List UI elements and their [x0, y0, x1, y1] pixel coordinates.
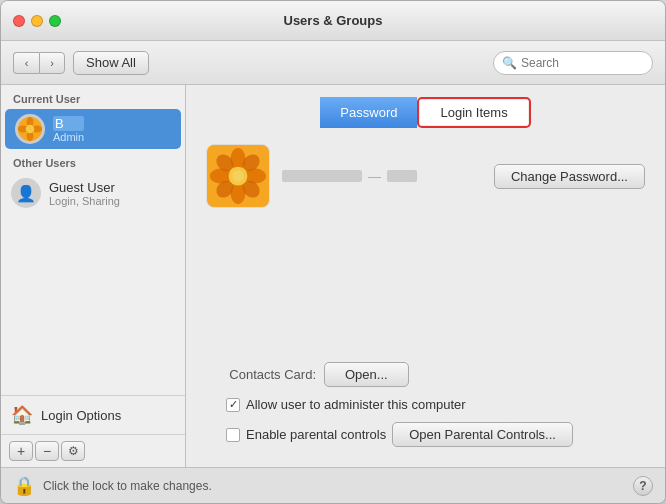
profile-name-redacted [282, 170, 362, 182]
titlebar: Users & Groups [1, 1, 665, 41]
login-items-highlight: Login Items [417, 97, 530, 128]
login-options-item[interactable]: 🏠 Login Options [1, 395, 185, 434]
home-icon: 🏠 [11, 404, 33, 426]
allow-admin-label: Allow user to administer this computer [246, 397, 466, 412]
maximize-button[interactable] [49, 15, 61, 27]
profile-row: — Change Password... [202, 144, 649, 208]
tab-login-items[interactable]: Login Items [420, 100, 527, 125]
guest-user-info: Guest User Login, Sharing [49, 180, 120, 207]
traffic-lights [13, 15, 61, 27]
main-content: Current User B Admin O [1, 85, 665, 467]
parental-controls-row: Enable parental controls Open Parental C… [206, 422, 645, 447]
main-window: Users & Groups ‹ › Show All 🔍 Current Us… [0, 0, 666, 504]
right-panel: Password Login Items [186, 85, 665, 467]
search-input[interactable] [521, 56, 644, 70]
back-button[interactable]: ‹ [13, 52, 39, 74]
svg-point-5 [26, 125, 35, 134]
contacts-card-row: Contacts Card: Open... [206, 362, 645, 387]
guest-avatar: 👤 [11, 178, 41, 208]
form-area: Contacts Card: Open... Allow user to adm… [202, 354, 649, 455]
sidebar-item-guest[interactable]: 👤 Guest User Login, Sharing [1, 173, 185, 213]
guest-user-name: Guest User [49, 180, 120, 195]
toolbar: ‹ › Show All 🔍 [1, 41, 665, 85]
open-parental-controls-button[interactable]: Open Parental Controls... [392, 422, 573, 447]
current-user-role: Admin [53, 131, 84, 143]
sidebar-item-current-user[interactable]: B Admin [5, 109, 181, 149]
other-users-label: Other Users [1, 149, 185, 173]
open-contacts-button[interactable]: Open... [324, 362, 409, 387]
minimize-button[interactable] [31, 15, 43, 27]
profile-separator: — [368, 169, 381, 184]
current-user-label: Current User [1, 85, 185, 109]
change-password-button[interactable]: Change Password... [494, 164, 645, 189]
bottom-bar: 🔒 Click the lock to make changes. ? [1, 467, 665, 503]
lock-icon[interactable]: 🔒 [13, 475, 35, 497]
show-all-button[interactable]: Show All [73, 51, 149, 75]
allow-admin-row: Allow user to administer this computer [206, 397, 645, 412]
gear-button[interactable]: ⚙ [61, 441, 85, 461]
lock-text: Click the lock to make changes. [43, 479, 212, 493]
search-box[interactable]: 🔍 [493, 51, 653, 75]
profile-info: — [282, 169, 482, 184]
current-user-name: B [53, 116, 84, 131]
current-user-info: B Admin [53, 116, 84, 143]
contacts-card-label: Contacts Card: [206, 367, 316, 382]
svg-point-16 [232, 170, 243, 181]
window-title: Users & Groups [284, 13, 383, 28]
login-options-label: Login Options [41, 408, 121, 423]
parental-controls-checkbox[interactable] [226, 428, 240, 442]
remove-user-button[interactable]: − [35, 441, 59, 461]
nav-group: ‹ › [13, 52, 65, 74]
parental-controls-label: Enable parental controls [246, 427, 386, 442]
forward-button[interactable]: › [39, 52, 65, 74]
current-user-avatar [15, 114, 45, 144]
add-user-button[interactable]: + [9, 441, 33, 461]
sidebar: Current User B Admin O [1, 85, 186, 467]
tab-password[interactable]: Password [320, 97, 417, 128]
help-button[interactable]: ? [633, 476, 653, 496]
sidebar-controls: + − ⚙ [1, 434, 185, 467]
profile-avatar [206, 144, 270, 208]
profile-id-redacted [387, 170, 417, 182]
tabs-row: Password Login Items [202, 97, 649, 128]
search-icon: 🔍 [502, 56, 517, 70]
close-button[interactable] [13, 15, 25, 27]
guest-user-subtitle: Login, Sharing [49, 195, 120, 207]
allow-admin-checkbox[interactable] [226, 398, 240, 412]
